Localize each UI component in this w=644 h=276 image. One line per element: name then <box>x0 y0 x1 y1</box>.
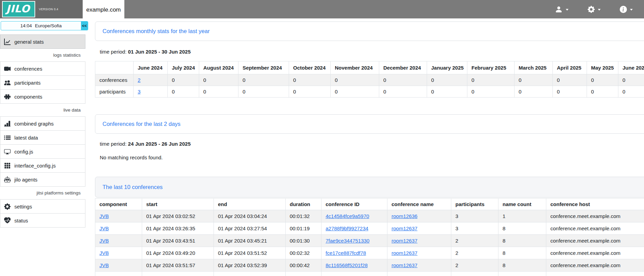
info-menu[interactable] <box>620 6 633 13</box>
card-monthly-stats-header: Conferences monthly stats for the last y… <box>95 21 644 41</box>
topbar: JILO VERSION 0.4 example.com <box>0 0 644 18</box>
cell: conference.meet.example.com <box>546 222 644 235</box>
time-period: time period: 24 Jun 2025 - 26 Jun 2025 <box>100 141 644 147</box>
chevron-down-icon <box>630 9 633 11</box>
table-row: participants3000000000000 <box>95 86 644 98</box>
cell-link[interactable]: JVB <box>99 238 109 244</box>
sidebar-section-label: jitsi platforms settings <box>0 187 85 200</box>
settings-menu[interactable] <box>588 6 601 13</box>
cell <box>498 272 546 276</box>
cell: 01 Apr 2024 03:51:52 <box>214 247 286 259</box>
column-header: May 2025 <box>587 61 618 74</box>
column-header: conference name <box>387 199 451 210</box>
cell-link[interactable]: 8c116568f5201f28 <box>326 262 368 268</box>
sidebar-item-participants[interactable]: participants <box>0 75 85 90</box>
cell: 00:00:42 <box>286 259 321 272</box>
column-header: duration <box>286 199 321 210</box>
cell: 01 Apr 2024 03:49:20 <box>142 247 214 259</box>
sidebar-item-label: participants <box>14 80 41 86</box>
sidebar-item-latest-data[interactable]: latest data <box>0 130 85 145</box>
cell-link[interactable]: room12637 <box>392 250 417 256</box>
sidebar-item-general-stats[interactable]: general stats <box>0 34 85 49</box>
sidebar-item-interface-config-js[interactable]: interface_config.js <box>0 158 85 173</box>
cell-link[interactable]: room12637 <box>392 226 417 231</box>
app-root: JILO VERSION 0.4 example.com 14:04 Europ… <box>0 0 644 276</box>
cell: 2 <box>451 259 498 272</box>
column-header: November 2024 <box>331 61 379 74</box>
column-header: conference host <box>546 199 644 210</box>
cell: 0 <box>553 74 587 86</box>
column-header: March 2025 <box>515 61 553 74</box>
sidebar-item-status[interactable]: status <box>0 213 85 228</box>
sidebar-item-config-js[interactable]: config.js <box>0 144 85 159</box>
table-row: JVB01 Apr 2024 03:49:2001 Apr 2024 03:51… <box>95 247 644 259</box>
sidebar-collapse-button[interactable]: << <box>81 21 88 30</box>
time-period: time period: 01 Jun 2025 - 30 Jun 2025 <box>100 48 644 55</box>
platform-tab[interactable]: example.com <box>83 1 124 18</box>
cell: room12637 <box>387 235 451 247</box>
empty-message: No matching records found. <box>100 154 644 161</box>
cell: 01 Apr 2024 03:04:24 <box>214 210 286 222</box>
sidebar-item-combined-graphs[interactable]: combined graphs <box>0 116 85 131</box>
cell: participants <box>95 86 134 98</box>
column-header: component <box>95 199 142 210</box>
cell: 1 <box>498 210 546 222</box>
sidebar-item-label: components <box>14 94 42 100</box>
cell-link[interactable]: room12636 <box>392 213 417 219</box>
column-header: end <box>214 199 286 210</box>
sidebar-item-label: status <box>14 218 28 223</box>
cell: 3 <box>451 210 498 222</box>
cell-link[interactable]: 4c14584fce9a5970 <box>326 213 369 219</box>
table-row: JVB01 Apr 2024 03:51:5701 Apr 2024 03:52… <box>95 259 644 272</box>
clock-timezone: Europe/Sofia <box>35 23 61 28</box>
cell-link[interactable]: room12637 <box>392 262 417 268</box>
cell-link[interactable]: JVB <box>99 213 109 219</box>
cell-link[interactable]: a2788f9bf9927234 <box>326 226 368 231</box>
cell: conference.meet.example.com <box>546 259 644 272</box>
sidebar-section-label: live data <box>0 104 85 117</box>
column-header: December 2024 <box>379 61 427 74</box>
clock-text: 14:04 Europe/Sofia <box>1 21 81 30</box>
cell-link[interactable]: JVB <box>99 250 109 256</box>
cell-link[interactable]: JVB <box>99 262 109 268</box>
topbar-brand-area: JILO VERSION 0.4 <box>0 0 83 18</box>
column-header: August 2024 <box>199 61 238 74</box>
sidebar-item-settings[interactable]: settings <box>0 199 85 214</box>
column-header: February 2025 <box>467 61 515 74</box>
sidebar-item-components[interactable]: components <box>0 89 85 104</box>
cell-link[interactable]: 3 <box>138 89 140 95</box>
cell-link[interactable]: JVB <box>99 226 109 231</box>
cell: 0 <box>199 74 238 86</box>
app-logo: JILO <box>2 1 35 17</box>
sidebar-item-conferences[interactable]: conferences <box>0 61 85 76</box>
cell <box>387 272 451 276</box>
chevron-down-icon <box>598 9 601 11</box>
cell: 01 Apr 2024 03:51:57 <box>142 259 214 272</box>
cell <box>321 272 387 276</box>
cell-link[interactable]: 2 <box>138 77 140 83</box>
sidebar-item-jilo-agents[interactable]: jilo agents <box>0 172 85 187</box>
cell <box>95 272 142 276</box>
cell-link[interactable]: 7fae9ce344751330 <box>326 238 369 244</box>
cell: 00:01:32 <box>286 210 321 222</box>
cell: room12637 <box>387 259 451 272</box>
cell: 0 <box>238 74 289 86</box>
monthly-stats-table: June 2024July 2024August 2024September 2… <box>95 61 644 98</box>
cell: fce17ce887fcdf78 <box>321 247 387 259</box>
card-title: Conferences for the last 2 days <box>102 121 644 127</box>
cell: 0 <box>168 74 199 86</box>
cell: 0 <box>618 74 644 86</box>
column-header: participants <box>451 199 498 210</box>
cell-link[interactable]: room12637 <box>392 238 417 244</box>
cell: room12637 <box>387 222 451 235</box>
cell <box>142 272 214 276</box>
table-header-row: June 2024July 2024August 2024September 2… <box>95 61 644 74</box>
cell-link[interactable]: fce17ce887fcdf78 <box>326 250 366 256</box>
cell: 0 <box>553 86 587 98</box>
user-menu[interactable] <box>555 5 568 13</box>
cell: 8 <box>498 222 546 235</box>
cell: 00:01:19 <box>286 222 321 235</box>
table-header-row: componentstartenddurationconference IDco… <box>95 199 644 210</box>
cell: 00:02:32 <box>286 247 321 259</box>
cell <box>546 272 644 276</box>
